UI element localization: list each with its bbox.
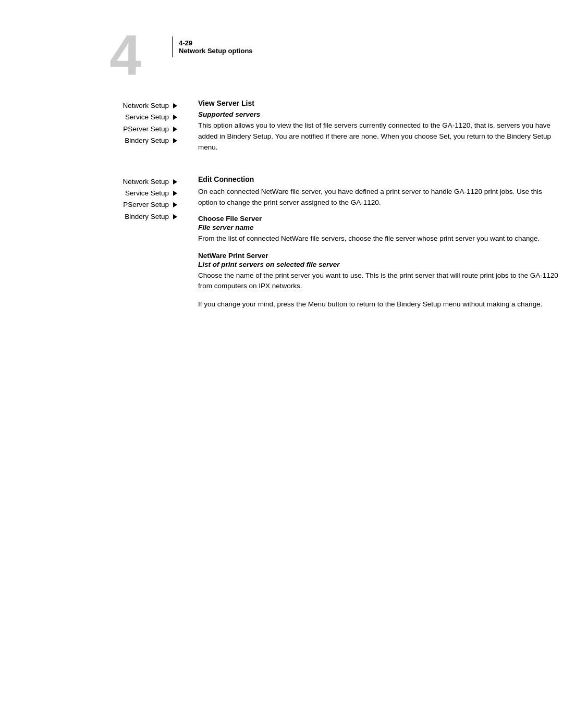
section2: Network Setup Service Setup PServer Setu… bbox=[52, 175, 563, 317]
content-column-2: Edit Connection On each connected NetWar… bbox=[182, 175, 563, 317]
choose-file-server-label: Choose File Server bbox=[198, 215, 563, 223]
choose-file-server-group: Choose File Server File server name From… bbox=[198, 215, 563, 244]
nav-label-pserver-setup-2: PServer Setup bbox=[123, 199, 169, 211]
nav-item-service-setup-2: Service Setup bbox=[52, 188, 182, 199]
nav-item-bindery-setup-1: Bindery Setup bbox=[52, 135, 182, 146]
file-server-name-sublabel: File server name bbox=[198, 224, 563, 231]
nav-item-network-setup-1: Network Setup bbox=[52, 100, 182, 112]
nav-arrow-1-2 bbox=[173, 127, 177, 132]
print-servers-list-sublabel: List of print servers on selected file s… bbox=[198, 261, 563, 268]
supported-servers-subheading: Supported servers bbox=[198, 110, 563, 118]
nav-item-service-setup-1: Service Setup bbox=[52, 112, 182, 123]
choose-file-server-body: From the list of connected NetWare file … bbox=[198, 233, 563, 244]
edit-connection-heading: Edit Connection bbox=[198, 175, 563, 183]
chapter-header: 4 4-29 Network Setup options bbox=[115, 31, 563, 78]
edit-connection-body1: On each connected NetWare file server, y… bbox=[198, 187, 563, 208]
nav-arrow-2-1 bbox=[173, 191, 177, 196]
chapter-section-title: Network Setup options bbox=[179, 47, 253, 55]
nav-arrow-1-3 bbox=[173, 138, 177, 143]
nav-arrow-1-1 bbox=[173, 115, 177, 120]
section1: Network Setup Service Setup PServer Setu… bbox=[52, 99, 563, 159]
nav-label-pserver-setup-1: PServer Setup bbox=[123, 124, 169, 135]
nav-arrow-2-3 bbox=[173, 214, 177, 219]
nav-column-1: Network Setup Service Setup PServer Setu… bbox=[52, 99, 182, 159]
nav-label-bindery-setup-1: Bindery Setup bbox=[125, 135, 169, 146]
nav-arrow-2-0 bbox=[173, 179, 177, 184]
view-server-list-body: This option allows you to view the list … bbox=[198, 120, 563, 153]
nav-label-service-setup-1: Service Setup bbox=[125, 112, 169, 123]
chapter-page-ref: 4-29 Network Setup options bbox=[172, 31, 253, 57]
netware-print-server-body: Choose the name of the print server you … bbox=[198, 270, 563, 292]
nav-label-service-setup-2: Service Setup bbox=[125, 188, 169, 199]
edit-connection-body2: If you change your mind, press the Menu … bbox=[198, 299, 563, 310]
content-column-1: View Server List Supported servers This … bbox=[182, 99, 563, 159]
netware-print-server-group: NetWare Print Server List of print serve… bbox=[198, 252, 563, 292]
netware-print-server-label: NetWare Print Server bbox=[198, 252, 563, 260]
nav-arrow-1-0 bbox=[173, 103, 177, 108]
vertical-rule bbox=[172, 36, 173, 57]
nav-column-2: Network Setup Service Setup PServer Setu… bbox=[52, 175, 182, 317]
chapter-number: 4 bbox=[109, 26, 141, 83]
chapter-number-block: 4 bbox=[115, 31, 167, 78]
nav-label-network-setup-1: Network Setup bbox=[123, 100, 169, 112]
view-server-list-heading: View Server List bbox=[198, 99, 563, 107]
nav-label-network-setup-2: Network Setup bbox=[123, 176, 169, 188]
chapter-title-area: 4-29 Network Setup options bbox=[179, 39, 253, 55]
page-number-label: 4-29 bbox=[179, 39, 253, 47]
nav-item-pserver-setup-1: PServer Setup bbox=[52, 124, 182, 135]
nav-item-pserver-setup-2: PServer Setup bbox=[52, 199, 182, 211]
page: 4 4-29 Network Setup options Network Set… bbox=[0, 0, 563, 728]
nav-label-bindery-setup-2: Bindery Setup bbox=[125, 211, 169, 223]
nav-arrow-2-2 bbox=[173, 202, 177, 207]
nav-item-network-setup-2: Network Setup bbox=[52, 176, 182, 188]
nav-item-bindery-setup-2: Bindery Setup bbox=[52, 211, 182, 223]
